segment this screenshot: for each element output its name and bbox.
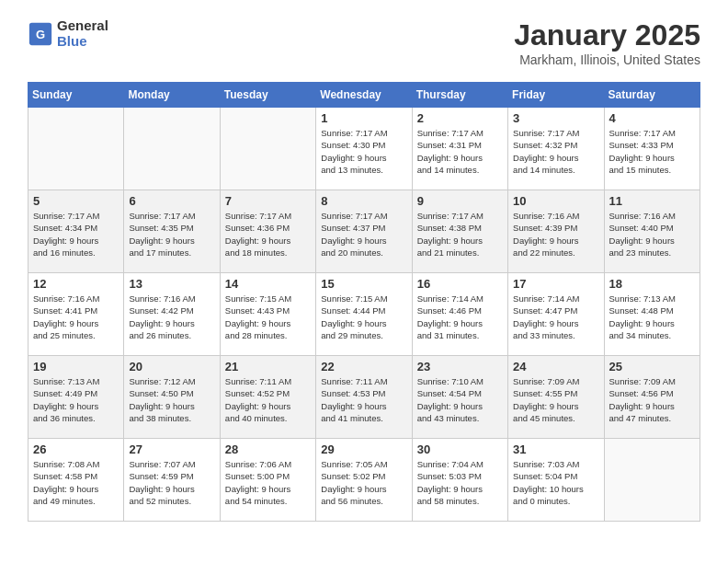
day-number: 31 <box>513 442 598 456</box>
day-number: 8 <box>321 194 406 208</box>
week-row-2: 5Sunrise: 7:17 AM Sunset: 4:34 PM Daylig… <box>28 190 700 273</box>
day-number: 7 <box>225 194 311 208</box>
day-number: 11 <box>609 194 695 208</box>
day-number: 22 <box>321 360 406 373</box>
day-info: Sunrise: 7:17 AM Sunset: 4:31 PM Dayligh… <box>417 127 503 176</box>
day-info: Sunrise: 7:17 AM Sunset: 4:34 PM Dayligh… <box>33 210 119 259</box>
calendar-cell: 2Sunrise: 7:17 AM Sunset: 4:31 PM Daylig… <box>412 108 507 190</box>
day-info: Sunrise: 7:16 AM Sunset: 4:40 PM Dayligh… <box>609 210 695 259</box>
day-info: Sunrise: 7:17 AM Sunset: 4:35 PM Dayligh… <box>129 210 214 259</box>
day-number: 20 <box>129 360 214 373</box>
calendar-cell <box>28 108 124 190</box>
day-info: Sunrise: 7:16 AM Sunset: 4:42 PM Dayligh… <box>129 293 214 341</box>
calendar-cell <box>604 439 700 522</box>
week-row-3: 12Sunrise: 7:16 AM Sunset: 4:41 PM Dayli… <box>28 273 700 356</box>
page-header: G General Blue January 2025 Markham, Ill… <box>28 18 700 67</box>
calendar-cell: 19Sunrise: 7:13 AM Sunset: 4:49 PM Dayli… <box>28 356 124 439</box>
calendar-cell: 7Sunrise: 7:17 AM Sunset: 4:36 PM Daylig… <box>220 190 315 273</box>
week-row-1: 1Sunrise: 7:17 AM Sunset: 4:30 PM Daylig… <box>28 108 700 190</box>
day-number: 17 <box>513 277 598 291</box>
calendar-cell: 22Sunrise: 7:11 AM Sunset: 4:53 PM Dayli… <box>316 356 412 439</box>
calendar-cell: 30Sunrise: 7:04 AM Sunset: 5:03 PM Dayli… <box>412 439 507 522</box>
day-info: Sunrise: 7:15 AM Sunset: 4:44 PM Dayligh… <box>321 293 406 341</box>
day-info: Sunrise: 7:16 AM Sunset: 4:39 PM Dayligh… <box>513 210 598 259</box>
calendar-cell <box>124 108 220 190</box>
day-number: 28 <box>225 442 311 456</box>
calendar-cell: 27Sunrise: 7:07 AM Sunset: 4:59 PM Dayli… <box>124 439 220 522</box>
calendar-cell: 17Sunrise: 7:14 AM Sunset: 4:47 PM Dayli… <box>508 273 604 356</box>
calendar-cell: 24Sunrise: 7:09 AM Sunset: 4:55 PM Dayli… <box>508 356 604 439</box>
day-number: 27 <box>129 442 214 456</box>
calendar-cell: 9Sunrise: 7:17 AM Sunset: 4:38 PM Daylig… <box>412 190 507 273</box>
header-saturday: Saturday <box>604 83 700 108</box>
calendar-cell: 11Sunrise: 7:16 AM Sunset: 4:40 PM Dayli… <box>604 190 700 273</box>
calendar-cell: 16Sunrise: 7:14 AM Sunset: 4:46 PM Dayli… <box>412 273 507 356</box>
day-info: Sunrise: 7:17 AM Sunset: 4:38 PM Dayligh… <box>417 210 503 259</box>
header-friday: Friday <box>508 83 604 108</box>
header-thursday: Thursday <box>412 83 507 108</box>
day-info: Sunrise: 7:12 AM Sunset: 4:50 PM Dayligh… <box>129 375 214 424</box>
day-info: Sunrise: 7:17 AM Sunset: 4:30 PM Dayligh… <box>321 127 406 176</box>
logo-text: General Blue <box>57 18 108 49</box>
week-row-5: 26Sunrise: 7:08 AM Sunset: 4:58 PM Dayli… <box>28 439 700 522</box>
day-info: Sunrise: 7:08 AM Sunset: 4:58 PM Dayligh… <box>33 458 119 507</box>
day-number: 5 <box>33 194 119 208</box>
day-info: Sunrise: 7:05 AM Sunset: 5:02 PM Dayligh… <box>321 458 406 507</box>
logo-general: General <box>57 18 108 34</box>
day-number: 12 <box>33 277 119 291</box>
header-wednesday: Wednesday <box>316 83 412 108</box>
calendar-cell: 14Sunrise: 7:15 AM Sunset: 4:43 PM Dayli… <box>220 273 315 356</box>
day-number: 23 <box>417 360 503 373</box>
day-info: Sunrise: 7:03 AM Sunset: 5:04 PM Dayligh… <box>513 458 598 507</box>
calendar-cell <box>220 108 315 190</box>
day-number: 24 <box>513 360 598 373</box>
calendar-cell: 28Sunrise: 7:06 AM Sunset: 5:00 PM Dayli… <box>220 439 315 522</box>
logo-blue: Blue <box>57 34 108 50</box>
day-info: Sunrise: 7:06 AM Sunset: 5:00 PM Dayligh… <box>225 458 311 507</box>
day-info: Sunrise: 7:13 AM Sunset: 4:48 PM Dayligh… <box>609 293 695 341</box>
calendar-cell: 3Sunrise: 7:17 AM Sunset: 4:32 PM Daylig… <box>508 108 604 190</box>
day-info: Sunrise: 7:14 AM Sunset: 4:46 PM Dayligh… <box>417 293 503 341</box>
calendar-cell: 8Sunrise: 7:17 AM Sunset: 4:37 PM Daylig… <box>316 190 412 273</box>
calendar-cell: 21Sunrise: 7:11 AM Sunset: 4:52 PM Dayli… <box>220 356 315 439</box>
day-number: 6 <box>129 194 214 208</box>
day-number: 29 <box>321 442 406 456</box>
logo-icon: G <box>28 21 53 47</box>
day-info: Sunrise: 7:09 AM Sunset: 4:55 PM Dayligh… <box>513 375 598 424</box>
day-number: 16 <box>417 277 503 291</box>
day-info: Sunrise: 7:09 AM Sunset: 4:56 PM Dayligh… <box>609 375 695 424</box>
day-info: Sunrise: 7:04 AM Sunset: 5:03 PM Dayligh… <box>417 458 503 507</box>
day-number: 2 <box>417 111 503 125</box>
day-number: 3 <box>513 111 598 125</box>
calendar-cell: 10Sunrise: 7:16 AM Sunset: 4:39 PM Dayli… <box>508 190 604 273</box>
calendar-cell: 29Sunrise: 7:05 AM Sunset: 5:02 PM Dayli… <box>316 439 412 522</box>
day-info: Sunrise: 7:17 AM Sunset: 4:36 PM Dayligh… <box>225 210 311 259</box>
logo: G General Blue <box>28 18 108 49</box>
day-number: 30 <box>417 442 503 456</box>
calendar-cell: 6Sunrise: 7:17 AM Sunset: 4:35 PM Daylig… <box>124 190 220 273</box>
day-info: Sunrise: 7:11 AM Sunset: 4:53 PM Dayligh… <box>321 375 406 424</box>
location: Markham, Illinois, United States <box>514 52 700 67</box>
svg-text:G: G <box>36 27 45 40</box>
header-tuesday: Tuesday <box>220 83 315 108</box>
day-number: 25 <box>609 360 695 373</box>
day-info: Sunrise: 7:16 AM Sunset: 4:41 PM Dayligh… <box>33 293 119 341</box>
day-info: Sunrise: 7:13 AM Sunset: 4:49 PM Dayligh… <box>33 375 119 424</box>
calendar-cell: 20Sunrise: 7:12 AM Sunset: 4:50 PM Dayli… <box>124 356 220 439</box>
day-info: Sunrise: 7:07 AM Sunset: 4:59 PM Dayligh… <box>129 458 214 507</box>
day-number: 4 <box>609 111 695 125</box>
day-number: 21 <box>225 360 311 373</box>
day-number: 1 <box>321 111 406 125</box>
day-number: 18 <box>609 277 695 291</box>
day-number: 15 <box>321 277 406 291</box>
header-sunday: Sunday <box>28 83 124 108</box>
month-title: January 2025 <box>514 18 700 52</box>
day-number: 26 <box>33 442 119 456</box>
day-info: Sunrise: 7:14 AM Sunset: 4:47 PM Dayligh… <box>513 293 598 341</box>
day-number: 19 <box>33 360 119 373</box>
calendar-cell: 18Sunrise: 7:13 AM Sunset: 4:48 PM Dayli… <box>604 273 700 356</box>
day-info: Sunrise: 7:11 AM Sunset: 4:52 PM Dayligh… <box>225 375 311 424</box>
header-monday: Monday <box>124 83 220 108</box>
day-number: 13 <box>129 277 214 291</box>
day-info: Sunrise: 7:10 AM Sunset: 4:54 PM Dayligh… <box>417 375 503 424</box>
